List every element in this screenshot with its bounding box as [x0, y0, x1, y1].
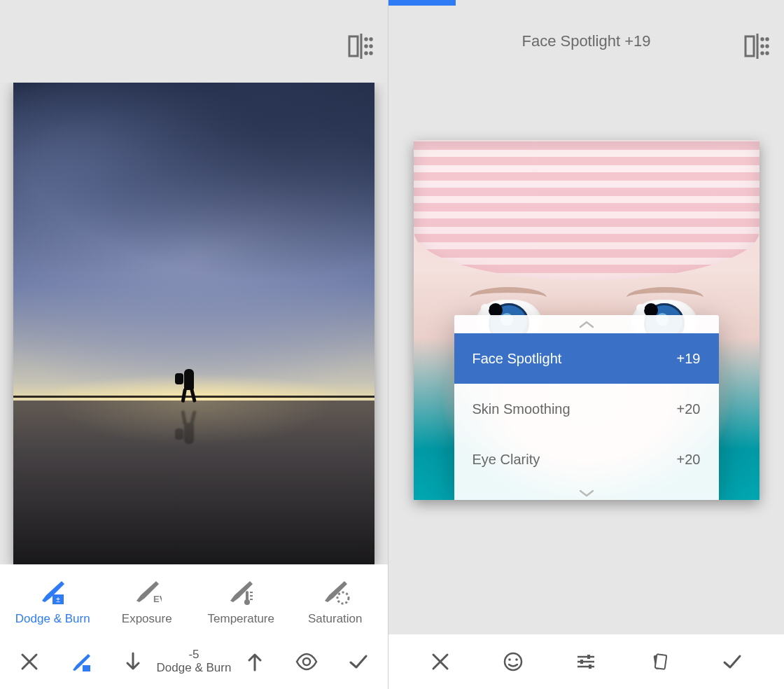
slider-skin-smoothing[interactable]: Skin Smoothing +20	[454, 384, 719, 434]
tool-label: Exposure	[122, 612, 172, 626]
eye-icon	[295, 650, 318, 673]
brush-temperature-icon	[226, 577, 255, 605]
slider-value: +19	[677, 351, 701, 367]
svg-point-6	[365, 53, 367, 54]
photo-baby: Face Spotlight +19 Skin Smoothing +20 Ey…	[414, 140, 760, 500]
styles-button[interactable]	[645, 648, 673, 676]
check-icon	[721, 650, 743, 673]
slider-label: Face Spotlight	[472, 351, 562, 367]
slider-value: +20	[677, 452, 701, 468]
svg-rect-34	[587, 655, 590, 659]
slider-label: Skin Smoothing	[472, 401, 570, 417]
preview-button[interactable]	[293, 648, 321, 676]
decrease-button[interactable]	[119, 648, 147, 676]
face-icon	[502, 650, 524, 673]
cancel-button[interactable]	[15, 648, 43, 676]
arrow-down-icon	[122, 650, 144, 673]
tool-exposure[interactable]: EV Exposure	[102, 577, 192, 626]
adjust-button[interactable]	[572, 648, 600, 676]
panel-scroll-down[interactable]	[454, 485, 719, 500]
slider-label: Eye Clarity	[472, 452, 540, 468]
active-brush-indicator[interactable]	[67, 648, 95, 676]
svg-rect-12	[246, 591, 248, 601]
svg-rect-38	[654, 654, 666, 669]
check-icon	[347, 650, 370, 673]
compare-icon	[743, 34, 771, 59]
brush-tool-row: ± Dodge & Burn EV Exposure Temperature S…	[0, 564, 388, 634]
slider-eye-clarity[interactable]: Eye Clarity +20	[454, 434, 719, 485]
brush-dodge-burn-icon: ±	[38, 577, 67, 605]
svg-point-3	[370, 39, 372, 40]
svg-point-27	[766, 53, 768, 54]
compare-icon	[347, 34, 375, 59]
editor-pane-brush: ± Dodge & Burn EV Exposure Temperature S…	[0, 0, 388, 689]
svg-point-7	[370, 53, 372, 54]
value-stepper: -5 Dodge & Burn	[119, 648, 270, 676]
topbar-left	[0, 0, 388, 83]
svg-point-4	[365, 46, 367, 47]
svg-rect-18	[83, 665, 90, 671]
adjustment-title: Face Spotlight +19	[522, 32, 650, 50]
svg-point-22	[762, 39, 763, 40]
tool-label: Dodge & Burn	[15, 612, 90, 626]
close-icon	[18, 650, 41, 673]
svg-rect-35	[580, 660, 583, 664]
face-button[interactable]	[499, 648, 527, 676]
chevron-up-icon	[578, 319, 595, 329]
apply-button[interactable]	[718, 648, 746, 676]
photo-beach	[13, 83, 374, 564]
close-icon	[429, 650, 451, 673]
svg-point-26	[762, 53, 763, 54]
slider-value: +20	[677, 401, 701, 417]
svg-point-24	[762, 46, 763, 47]
image-canvas-left[interactable]	[0, 83, 388, 564]
adjustment-slider-panel[interactable]: Face Spotlight +19 Skin Smoothing +20 Ey…	[454, 315, 719, 500]
svg-point-17	[337, 592, 349, 604]
svg-point-28	[505, 653, 522, 670]
stepper-label: -5 Dodge & Burn	[157, 648, 232, 674]
stepper-value: -5	[157, 648, 232, 662]
svg-point-13	[244, 599, 250, 605]
canvas-spacer	[388, 580, 784, 634]
compare-button[interactable]	[743, 34, 771, 62]
editor-pane-portrait: Face Spotlight +19	[388, 0, 784, 689]
increase-button[interactable]	[241, 648, 269, 676]
stepper-tool-name: Dodge & Burn	[157, 661, 232, 674]
brush-exposure-icon: EV	[132, 577, 162, 605]
svg-point-5	[370, 46, 372, 47]
brush-saturation-icon	[321, 577, 350, 605]
svg-rect-20	[746, 36, 754, 56]
svg-rect-0	[349, 36, 358, 56]
svg-point-19	[303, 658, 310, 665]
slider-face-spotlight[interactable]: Face Spotlight +19	[454, 333, 719, 384]
svg-rect-36	[589, 664, 592, 669]
sliders-icon	[575, 650, 597, 673]
cards-icon	[648, 650, 671, 673]
svg-point-29	[508, 658, 511, 661]
tool-label: Temperature	[208, 612, 274, 626]
tool-dodge-burn[interactable]: ± Dodge & Burn	[8, 577, 97, 626]
svg-point-25	[766, 46, 768, 47]
topbar-right: Face Spotlight +19	[388, 0, 784, 83]
compare-button[interactable]	[347, 34, 375, 62]
tool-temperature[interactable]: Temperature	[196, 577, 286, 626]
svg-text:EV: EV	[153, 594, 162, 604]
apply-button[interactable]	[344, 648, 372, 676]
svg-text:±: ±	[57, 596, 61, 604]
figure-silhouette	[179, 369, 199, 405]
tool-label: Saturation	[308, 612, 363, 626]
cancel-button[interactable]	[426, 648, 454, 676]
tool-saturation[interactable]: Saturation	[290, 577, 380, 626]
chevron-down-icon	[578, 489, 595, 499]
svg-point-30	[515, 658, 518, 661]
value-progress-bar	[388, 0, 456, 6]
panel-scroll-up[interactable]	[454, 315, 719, 333]
svg-point-2	[365, 39, 367, 40]
action-row-right	[388, 634, 784, 689]
brush-icon	[70, 650, 92, 673]
arrow-up-icon	[244, 650, 266, 673]
action-row-left: -5 Dodge & Burn	[0, 634, 388, 689]
image-canvas-right[interactable]: Face Spotlight +19 Skin Smoothing +20 Ey…	[388, 83, 784, 580]
svg-point-23	[766, 39, 768, 40]
